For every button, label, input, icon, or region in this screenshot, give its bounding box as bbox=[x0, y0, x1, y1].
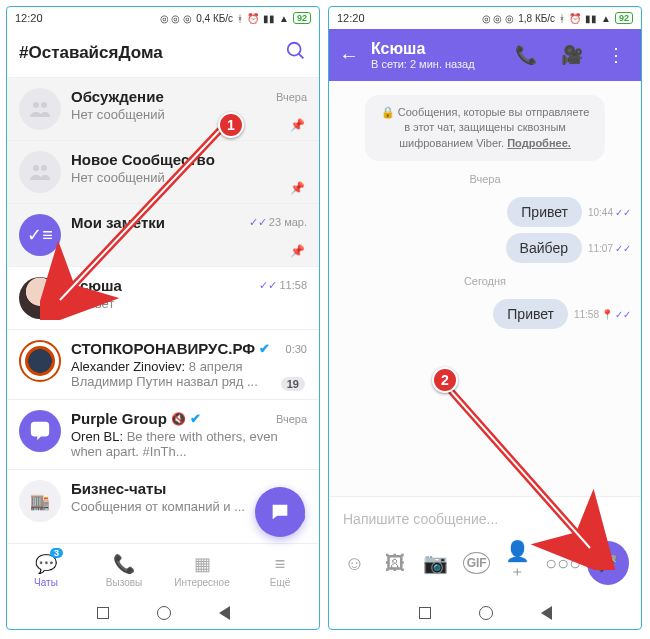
unread-badge: 19 bbox=[281, 377, 305, 391]
bottom-nav: 💬 Чаты 3 📞Вызовы ▦Интересное ≡Ещё bbox=[7, 543, 319, 597]
message-row[interactable]: Привет 10:44 ✓✓ bbox=[339, 197, 631, 227]
svg-point-4 bbox=[33, 165, 39, 171]
svg-point-0 bbox=[288, 43, 301, 56]
more-icon[interactable]: ⋮ bbox=[601, 44, 631, 66]
mention-icon[interactable]: 👤⁺ bbox=[504, 539, 531, 587]
notes-avatar-icon: ✓≡ bbox=[19, 214, 61, 256]
phone-icon: 📞 bbox=[113, 553, 135, 575]
date-separator: Сегодня bbox=[339, 275, 631, 287]
grid-icon: ▦ bbox=[194, 553, 211, 575]
read-icon: ✓✓ bbox=[615, 243, 631, 254]
more-attach-icon[interactable]: ○○○ bbox=[545, 552, 573, 575]
read-icon: ✓✓ bbox=[615, 309, 631, 320]
pin-icon: 📌 bbox=[290, 181, 305, 195]
lock-icon: 🔒 bbox=[381, 106, 395, 118]
learn-more-link[interactable]: Подробнее. bbox=[507, 137, 571, 149]
alarm-icon: ⏰ bbox=[247, 13, 259, 24]
alarm-icon: ⏰ bbox=[569, 13, 581, 24]
svg-point-3 bbox=[41, 102, 47, 108]
group-avatar-icon bbox=[19, 151, 61, 193]
compose-fab[interactable] bbox=[255, 487, 305, 537]
svg-point-2 bbox=[33, 102, 39, 108]
verified-icon: ✔ bbox=[190, 411, 201, 426]
nav-badge: 3 bbox=[50, 548, 63, 558]
chat-row[interactable]: Новое Сообщество Нет сообщений 📌 bbox=[7, 141, 319, 204]
back-icon[interactable]: ← bbox=[339, 44, 359, 67]
encryption-notice[interactable]: 🔒 Сообщения, которые вы отправляете в эт… bbox=[365, 95, 605, 161]
contact-title[interactable]: Ксюша В сети: 2 мин. назад bbox=[371, 40, 497, 70]
pin-icon: 📌 bbox=[290, 118, 305, 132]
sticker-icon[interactable]: ☺ bbox=[341, 552, 368, 575]
bluetooth-icon: ᚼ bbox=[237, 13, 243, 24]
back-button[interactable] bbox=[541, 606, 552, 620]
battery-icon: 92 bbox=[615, 12, 633, 24]
status-bar: 12:20 ◎ ◎ ◎ 0,4 КБ/с ᚼ ⏰ ▮▮ ▲ 92 bbox=[7, 7, 319, 29]
message-bubble: Вайбер bbox=[506, 233, 582, 263]
message-bubble: Привет bbox=[493, 299, 568, 329]
viber-avatar-icon bbox=[19, 410, 61, 452]
verified-icon: ✔ bbox=[259, 341, 270, 356]
read-icon: ✓✓ bbox=[615, 207, 631, 218]
callout-2: 2 bbox=[432, 367, 458, 393]
call-icon[interactable]: 📞 bbox=[509, 44, 543, 66]
wifi-icon: ▲ bbox=[279, 13, 289, 24]
recents-button[interactable] bbox=[419, 607, 431, 619]
phone-chat-list: 12:20 ◎ ◎ ◎ 0,4 КБ/с ᚼ ⏰ ▮▮ ▲ 92 #Остава… bbox=[6, 6, 320, 630]
recents-button[interactable] bbox=[97, 607, 109, 619]
callout-1: 1 bbox=[218, 112, 244, 138]
svg-point-5 bbox=[41, 165, 47, 171]
nav-calls[interactable]: 📞Вызовы bbox=[85, 544, 163, 597]
conversation-header: ← Ксюша В сети: 2 мин. назад 📞 🎥 ⋮ bbox=[329, 29, 641, 81]
message-row[interactable]: Привет 11:58 📍✓✓ bbox=[339, 299, 631, 329]
back-button[interactable] bbox=[219, 606, 230, 620]
search-icon[interactable] bbox=[285, 40, 307, 66]
muted-icon: 🔇 bbox=[171, 412, 186, 426]
signal-icon: ▮▮ bbox=[263, 13, 275, 24]
camera-icon[interactable]: 📷 bbox=[422, 551, 449, 575]
chat-row-ksyusha[interactable]: Ксюша✓✓11:58 Привет bbox=[7, 267, 319, 330]
pin-icon: 📌 bbox=[290, 244, 305, 258]
status-bar: 12:20 ◎ ◎ ◎ 1,8 КБ/с ᚼ ⏰ ▮▮ ▲ 92 bbox=[329, 7, 641, 29]
voice-record-button[interactable]: 🎤 bbox=[587, 541, 629, 585]
message-bubble: Привет bbox=[507, 197, 582, 227]
chat-list: ОбсуждениеВчера Нет сообщений 📌 Новое Со… bbox=[7, 77, 319, 543]
date-separator: Вчера bbox=[339, 173, 631, 185]
message-input-area: Напишите сообщение... ☺ 🖼 📷 GIF 👤⁺ ○○○ 🎤 bbox=[329, 496, 641, 597]
bluetooth-icon: ᚼ bbox=[559, 13, 565, 24]
wifi-icon: ▲ bbox=[601, 13, 611, 24]
svg-line-1 bbox=[299, 54, 304, 59]
signal-icon: ▮▮ bbox=[585, 13, 597, 24]
chat-list-header: #ОставайсяДома bbox=[7, 29, 319, 77]
conversation-body: 🔒 Сообщения, которые вы отправляете в эт… bbox=[329, 81, 641, 496]
battery-icon: 92 bbox=[293, 12, 311, 24]
nav-more[interactable]: ≡Ещё bbox=[241, 544, 319, 597]
chat-row[interactable]: Purple Group🔇✔Вчера Oren BL: Be there wi… bbox=[7, 400, 319, 470]
message-input[interactable]: Напишите сообщение... bbox=[339, 505, 631, 533]
chat-row[interactable]: СТОПКОРОНАВИРУС.РФ✔0:30 Alexander Zinovi… bbox=[7, 330, 319, 400]
nav-interesting[interactable]: ▦Интересное bbox=[163, 544, 241, 597]
chat-row[interactable]: ✓≡ Мои заметки✓✓23 мар. 📌 bbox=[7, 204, 319, 267]
contact-avatar bbox=[19, 277, 61, 319]
message-row[interactable]: Вайбер 11:07 ✓✓ bbox=[339, 233, 631, 263]
business-avatar-icon: 🏬 bbox=[19, 480, 61, 522]
clock: 12:20 bbox=[15, 12, 43, 24]
gallery-icon[interactable]: 🖼 bbox=[382, 552, 409, 575]
chat-row[interactable]: ОбсуждениеВчера Нет сообщений 📌 bbox=[7, 78, 319, 141]
video-icon[interactable]: 🎥 bbox=[555, 44, 589, 66]
app-title: #ОставайсяДома bbox=[19, 43, 163, 63]
android-nav bbox=[329, 597, 641, 629]
gif-icon[interactable]: GIF bbox=[463, 552, 490, 574]
group-avatar-icon bbox=[19, 88, 61, 130]
nav-chats[interactable]: 💬 Чаты 3 bbox=[7, 544, 85, 597]
android-nav bbox=[7, 597, 319, 629]
menu-icon: ≡ bbox=[275, 554, 286, 575]
clock: 12:20 bbox=[337, 12, 365, 24]
phone-conversation: 12:20 ◎ ◎ ◎ 1,8 КБ/с ᚼ ⏰ ▮▮ ▲ 92 ← Ксюша… bbox=[328, 6, 642, 630]
location-icon: 📍 bbox=[601, 309, 613, 320]
home-button[interactable] bbox=[479, 606, 493, 620]
channel-avatar bbox=[19, 340, 61, 382]
home-button[interactable] bbox=[157, 606, 171, 620]
